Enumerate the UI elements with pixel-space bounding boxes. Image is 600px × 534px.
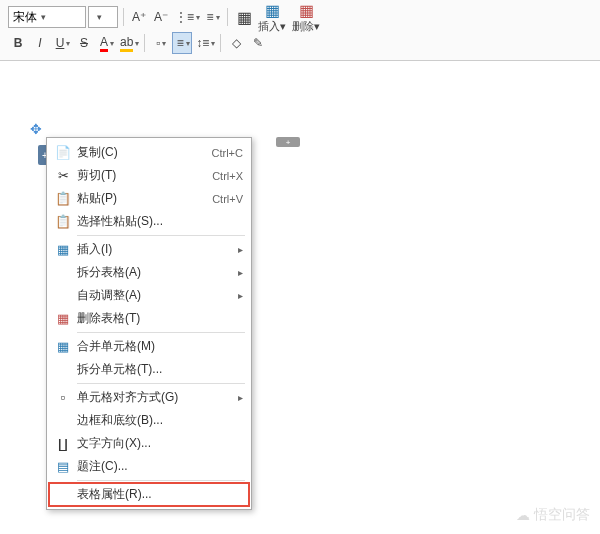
separator [227, 8, 228, 26]
numbered-list-button[interactable]: ⋮≡▾ [173, 6, 200, 28]
delete-dropdown[interactable]: ▦ 删除▾ [292, 1, 320, 34]
strikethrough-button[interactable]: S [74, 32, 94, 54]
menu-paste-special[interactable]: 📋 选择性粘贴(S)... [49, 210, 249, 233]
table-icon: ▦ [237, 8, 252, 26]
clipboard-icon: 📋 [55, 214, 71, 230]
menu-shortcut: Ctrl+X [212, 170, 243, 182]
insert-dropdown[interactable]: ▦ 插入▾ [258, 1, 286, 34]
delete-icon: ▦ [299, 1, 314, 19]
watermark-icon: ☁ [516, 507, 530, 523]
submenu-arrow-icon: ▸ [238, 392, 243, 403]
menu-copy[interactable]: 📄 复制(C) Ctrl+C [49, 141, 249, 164]
format-painter-button[interactable]: ✎ [248, 32, 268, 54]
clipboard-icon: 📋 [55, 191, 71, 207]
menu-label: 拆分单元格(T)... [77, 361, 162, 378]
bulleted-list-button[interactable]: ≡▾ [202, 6, 222, 28]
italic-button[interactable]: I [30, 32, 50, 54]
menu-caption[interactable]: ▤ 题注(C)... [49, 455, 249, 478]
menu-label: 表格属性(R)... [77, 486, 152, 503]
bold-button[interactable]: B [8, 32, 28, 54]
menu-merge-cells[interactable]: ▦ 合并单元格(M) [49, 335, 249, 358]
line-spacing-button[interactable]: ↕≡▾ [194, 32, 215, 54]
underline-button[interactable]: U▾ [52, 32, 72, 54]
menu-separator [77, 383, 245, 384]
chevron-down-icon: ▾ [37, 12, 49, 22]
merge-icon: ▦ [55, 339, 71, 355]
menu-label: 拆分表格(A) [77, 264, 141, 281]
menu-borders[interactable]: 边框和底纹(B)... [49, 409, 249, 432]
text-direction-icon: ∐ [55, 436, 71, 452]
font-size-select[interactable]: ▾ [88, 6, 118, 28]
menu-label: 删除表格(T) [77, 310, 140, 327]
submenu-arrow-icon: ▸ [238, 244, 243, 255]
menu-paste[interactable]: 📋 粘贴(P) Ctrl+V [49, 187, 249, 210]
separator [123, 8, 124, 26]
menu-label: 合并单元格(M) [77, 338, 155, 355]
chevron-down-icon: ▾ [93, 12, 105, 22]
menu-cell-align[interactable]: ▫ 单元格对齐方式(G) ▸ [49, 386, 249, 409]
align-button[interactable]: ≡▾ [172, 32, 192, 54]
menu-insert[interactable]: ▦ 插入(I) ▸ [49, 238, 249, 261]
menu-separator [77, 480, 245, 481]
scissors-icon: ✂ [55, 168, 71, 184]
insert-icon: ▦ [265, 1, 280, 19]
menu-text-direction[interactable]: ∐ 文字方向(X)... [49, 432, 249, 455]
increase-font-button[interactable]: A⁺ [129, 6, 149, 28]
insert-table-group[interactable]: ▦ [237, 8, 252, 26]
submenu-arrow-icon: ▸ [238, 267, 243, 278]
menu-split-table[interactable]: 拆分表格(A) ▸ [49, 261, 249, 284]
menu-shortcut: Ctrl+V [212, 193, 243, 205]
highlight-button[interactable]: ab▾ [118, 32, 139, 54]
context-menu: 📄 复制(C) Ctrl+C ✂ 剪切(T) Ctrl+X 📋 粘贴(P) Ct… [46, 137, 252, 510]
delete-label: 删除 [292, 19, 314, 34]
font-family-value: 宋体 [13, 9, 37, 26]
align-icon: ▫ [55, 390, 71, 406]
border-button[interactable]: ▫▾ [150, 32, 170, 54]
watermark-text: 悟空问答 [534, 506, 590, 524]
menu-autofit[interactable]: 自动调整(A) ▸ [49, 284, 249, 307]
caption-icon: ▤ [55, 459, 71, 475]
copy-icon: 📄 [55, 145, 71, 161]
menu-split-cells[interactable]: 拆分单元格(T)... [49, 358, 249, 381]
menu-separator [77, 235, 245, 236]
menu-label: 题注(C)... [77, 458, 128, 475]
menu-label: 复制(C) [77, 144, 118, 161]
font-family-select[interactable]: 宋体 ▾ [8, 6, 86, 28]
submenu-arrow-icon: ▸ [238, 290, 243, 301]
clear-format-button[interactable]: ◇ [226, 32, 246, 54]
watermark: ☁ 悟空问答 [516, 506, 590, 524]
menu-label: 单元格对齐方式(G) [77, 389, 178, 406]
menu-separator [77, 332, 245, 333]
add-row-handle[interactable]: + [276, 137, 300, 147]
separator [144, 34, 145, 52]
table-move-handle-icon[interactable]: ✥ [30, 121, 44, 135]
menu-label: 自动调整(A) [77, 287, 141, 304]
menu-label: 插入(I) [77, 241, 112, 258]
menu-label: 文字方向(X)... [77, 435, 151, 452]
menu-label: 粘贴(P) [77, 190, 117, 207]
separator [220, 34, 221, 52]
formatting-toolbar: 宋体 ▾ ▾ A⁺ A⁻ ⋮≡▾ ≡▾ ▦ ▦ 插入▾ ▦ 删除▾ B I U▾… [0, 0, 600, 61]
decrease-font-button[interactable]: A⁻ [151, 6, 171, 28]
table-delete-icon: ▦ [55, 311, 71, 327]
table-icon: ▦ [55, 242, 71, 258]
menu-label: 选择性粘贴(S)... [77, 213, 163, 230]
menu-table-properties[interactable]: 表格属性(R)... [49, 483, 249, 506]
menu-label: 边框和底纹(B)... [77, 412, 163, 429]
menu-label: 剪切(T) [77, 167, 116, 184]
menu-cut[interactable]: ✂ 剪切(T) Ctrl+X [49, 164, 249, 187]
font-color-button[interactable]: A▾ [96, 32, 116, 54]
menu-shortcut: Ctrl+C [212, 147, 243, 159]
menu-delete-table[interactable]: ▦ 删除表格(T) [49, 307, 249, 330]
